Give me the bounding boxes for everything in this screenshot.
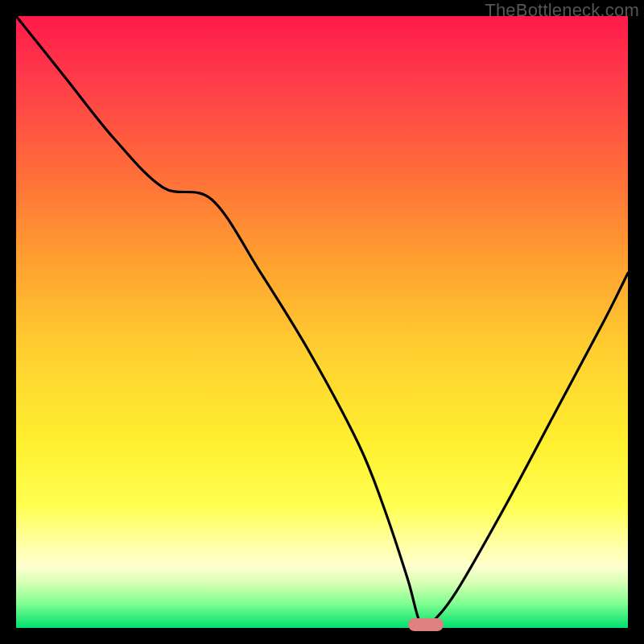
optimum-marker xyxy=(408,618,444,631)
chart-container: TheBottleneck.com xyxy=(0,0,644,644)
plot-area xyxy=(16,16,628,628)
bottleneck-curve-svg xyxy=(16,16,628,628)
bottleneck-curve-path xyxy=(16,16,628,626)
